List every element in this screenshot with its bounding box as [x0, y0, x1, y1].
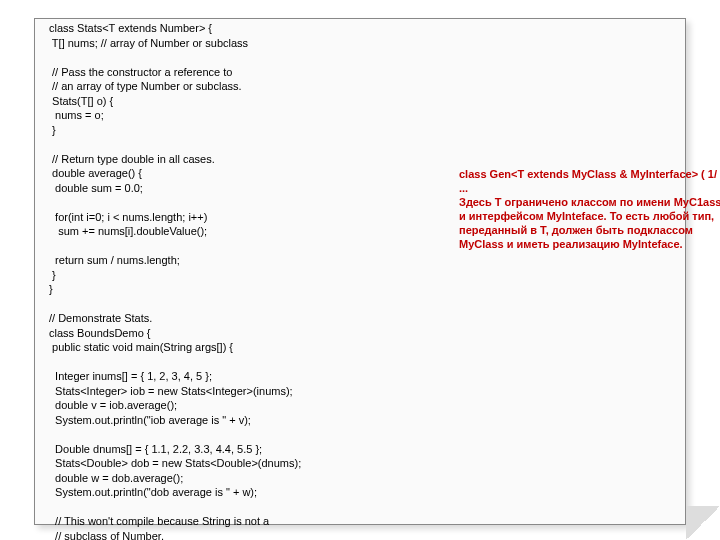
code-line: sum += nums[i].doubleValue();	[49, 225, 207, 237]
code-line: double sum = 0.0;	[49, 182, 143, 194]
note-body: Здесь T ограничено классом по имени МуС1…	[459, 195, 720, 251]
code-line: System.out.println("iob average is " + v…	[49, 414, 251, 426]
code-line: // This won't compile because String is …	[49, 515, 269, 527]
code-line: }	[49, 283, 53, 295]
code-container: class Stats<T extends Number> { T[] nums…	[34, 18, 686, 525]
code-line: // Pass the constructor a reference to	[49, 66, 232, 78]
code-line: // an array of type Number or subclass.	[49, 80, 242, 92]
code-block: class Stats<T extends Number> { T[] nums…	[49, 21, 685, 540]
code-line: Stats<Integer> iob = new Stats<Integer>(…	[49, 385, 293, 397]
code-line: Integer inums[] = { 1, 2, 3, 4, 5 };	[49, 370, 212, 382]
note-header: class Gen<T extends MyClass & MyInterfac…	[459, 167, 720, 195]
code-line: // subclass of Number.	[49, 530, 164, 541]
code-line: double w = dob.average();	[49, 472, 183, 484]
code-line: double average() {	[49, 167, 142, 179]
code-line: for(int i=0; i < nums.length; i++)	[49, 211, 207, 223]
code-line: Double dnums[] = { 1.1, 2.2, 3.3, 4.4, 5…	[49, 443, 262, 455]
code-line: // Return type double in all cases.	[49, 153, 215, 165]
code-line: class BoundsDemo {	[49, 327, 151, 339]
page-fold-corner	[686, 506, 720, 540]
code-line: double v = iob.average();	[49, 399, 177, 411]
code-line: class Stats<T extends Number> {	[49, 22, 212, 34]
code-line: Stats(T[] o) {	[49, 95, 113, 107]
code-line: public static void main(String args[]) {	[49, 341, 233, 353]
code-line: }	[49, 124, 56, 136]
code-line: return sum / nums.length;	[49, 254, 180, 266]
code-line: Stats<Double> dob = new Stats<Double>(dn…	[49, 457, 301, 469]
code-line: T[] nums; // array of Number or subclass	[49, 37, 248, 49]
slide: class Stats<T extends Number> { T[] nums…	[0, 0, 720, 540]
code-line: nums = o;	[49, 109, 104, 121]
code-line: // Demonstrate Stats.	[49, 312, 152, 324]
annotation-note: class Gen<T extends MyClass & MyInterfac…	[459, 167, 720, 251]
code-line: System.out.println("dob average is " + w…	[49, 486, 257, 498]
code-line: }	[49, 269, 56, 281]
